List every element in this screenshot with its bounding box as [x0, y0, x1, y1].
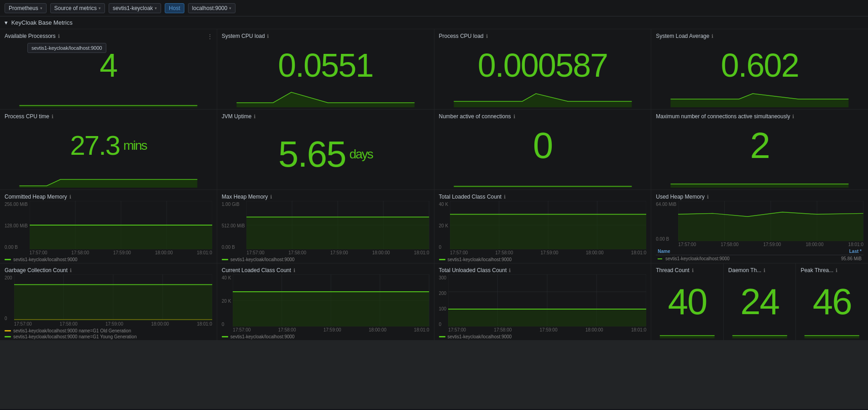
instance-label: sevtis1-keycloak — [113, 5, 153, 11]
svg-marker-33 — [450, 214, 646, 249]
info-icon-committed-heap-memory[interactable]: ℹ — [69, 194, 71, 200]
instance-dropdown[interactable]: sevtis1-keycloak ▾ — [109, 3, 161, 13]
info-icon-thread-count[interactable]: ℹ — [692, 268, 694, 273]
chart-used-heap-memory — [678, 201, 863, 241]
chart-total-loaded-class-count — [450, 201, 646, 249]
value-process-cpu-time: 27.3 mins — [5, 121, 212, 170]
panel-process-cpu-time: Process CPU time ℹ 27.3 mins — [0, 110, 217, 189]
info-icon-process-cpu-load[interactable]: ℹ — [486, 33, 488, 39]
menu-icon-available-processors[interactable]: ⋮ — [207, 33, 213, 40]
svg-marker-69 — [660, 336, 715, 338]
info-icon-available-processors[interactable]: ℹ — [58, 33, 60, 39]
dashboard-grid: Available Processors ℹ ⋮ sevtis1-keycloa… — [0, 29, 868, 409]
y-label-committed-2: 0.00 B — [5, 245, 28, 250]
info-icon-daemon-thread-count[interactable]: ℹ — [763, 268, 765, 273]
legend-dot-total-loaded — [439, 259, 445, 260]
x-labels-max-heap: 17:57:00 17:58:00 17:59:00 18:00:00 18:0… — [246, 249, 429, 256]
value-daemon-thread-count: 24 — [728, 274, 791, 329]
info-icon-system-load-average[interactable]: ℹ — [711, 33, 713, 39]
panel-jvm-uptime: JVM Uptime ℹ 5.65 days — [217, 110, 434, 189]
panel-title-max-heap-memory: Max Heap Memory ℹ — [222, 194, 429, 200]
info-icon-used-heap-memory[interactable]: ℹ — [707, 194, 709, 200]
panel-available-processors: Available Processors ℹ ⋮ sevtis1-keycloa… — [0, 29, 217, 109]
panel-system-cpu-load: System CPU load ℹ 0.0551 — [217, 29, 434, 109]
panel-daemon-thread-count: Daemon Th... ℹ 24 — [724, 263, 796, 340]
panel-used-heap-memory: Used Heap Memory ℹ 64.00 MiB 0.00 B — [651, 190, 868, 263]
panel-title-committed-heap-memory: Committed Heap Memory ℹ — [5, 194, 212, 200]
panel-number-active-connections: Number active of connections ℹ 0 — [434, 110, 651, 189]
panel-title-process-cpu-time: Process CPU time ℹ — [5, 113, 212, 120]
value-jvm-uptime: 5.65 days — [222, 121, 429, 188]
panel-title-thread-count: Thread Count ℹ — [656, 267, 719, 273]
x-labels-committed-heap: 17:57:00 17:58:00 17:59:00 18:00:00 18:0… — [30, 249, 212, 256]
chart-committed-heap-memory — [30, 201, 212, 249]
panel-title-system-cpu-load: System CPU load ℹ — [222, 33, 429, 39]
localhost-label: localhost:9000 — [192, 5, 227, 11]
info-icon-total-unloaded-class-count[interactable]: ℹ — [509, 268, 511, 273]
table-row: sevtis1-keycloak/localhost:9000 95.86 Mi… — [656, 255, 863, 263]
legend-dot-current-loaded — [222, 336, 228, 337]
source-label: Source of metrics — [54, 5, 97, 11]
legend-total-unloaded: sevtis1-keycloak/localhost:9000 — [439, 334, 647, 339]
topbar: Prometheus ▾ Source of metrics ▾ sevtis1… — [0, 0, 868, 16]
value-max-connections-simultaneously: 2 — [656, 121, 863, 170]
thread-panels-container: Thread Count ℹ 40 Daemon Th... ℹ 24 — [651, 263, 868, 340]
info-icon-system-cpu-load[interactable]: ℹ — [267, 33, 269, 39]
source-dropdown[interactable]: Source of metrics ▾ — [50, 3, 105, 13]
y-label-committed-0: 256.00 MiB — [5, 202, 28, 207]
legend-max-heap: sevtis1-keycloak/localhost:9000 — [222, 257, 429, 262]
sparkline-process-cpu-time — [5, 170, 212, 188]
panel-title-total-unloaded-class-count: Total Unloaded Class Count ℹ — [439, 267, 647, 273]
dashboard-title: ▾ KeyCloak Base Metrics — [0, 16, 868, 29]
tooltip-available-processors: sevtis1-keycloak/localhost:9000 — [27, 43, 106, 53]
value-number-active-connections: 0 — [439, 121, 647, 170]
collapse-icon[interactable]: ▾ — [5, 19, 8, 26]
svg-marker-6 — [671, 184, 849, 188]
used-heap-col-last: Last * — [813, 248, 863, 255]
info-icon-jvm-uptime[interactable]: ℹ — [254, 114, 256, 120]
x-labels-current-loaded: 17:57:00 17:58:00 17:59:00 18:00:00 18:0… — [233, 326, 429, 333]
used-heap-table: Name Last * sevtis1-keycloak/localhost:9… — [656, 248, 863, 262]
info-icon-current-loaded-class-count[interactable]: ℹ — [293, 268, 295, 273]
info-icon-total-loaded-class-count[interactable]: ℹ — [504, 194, 506, 200]
prometheus-dropdown[interactable]: Prometheus ▾ — [5, 3, 47, 13]
panel-title-daemon-thread-count: Daemon Th... ℹ — [728, 267, 791, 273]
legend-dot-gc-old — [5, 330, 11, 331]
panel-max-heap-memory: Max Heap Memory ℹ 1.00 GiB 512.00 MiB 0.… — [217, 190, 434, 263]
svg-marker-24 — [246, 217, 429, 249]
svg-marker-41 — [678, 212, 863, 241]
x-labels-total-loaded: 17:57:00 17:58:00 17:59:00 18:00:00 18:0… — [450, 249, 646, 256]
panel-max-connections-simultaneously: Maximum number of connections active sim… — [651, 110, 868, 189]
value-system-load-average: 0.602 — [656, 40, 863, 90]
panel-title-used-heap-memory: Used Heap Memory ℹ — [656, 194, 863, 200]
panel-title-max-connections-simultaneously: Maximum number of connections active sim… — [656, 113, 863, 120]
sparkline-peak-thread — [800, 329, 863, 338]
sparkline-system-cpu-load — [222, 90, 429, 107]
panel-total-unloaded-class-count: Total Unloaded Class Count ℹ 300 200 100… — [434, 263, 651, 340]
panel-peak-thread-count: Peak Threa... ℹ 46 — [796, 263, 868, 340]
panel-title-jvm-uptime: JVM Uptime ℹ — [222, 113, 429, 120]
value-process-cpu-load: 0.000587 — [439, 40, 647, 90]
instance-chevron-icon: ▾ — [155, 6, 157, 11]
localhost-dropdown[interactable]: localhost:9000 ▾ — [188, 3, 235, 13]
value-system-cpu-load: 0.0551 — [222, 40, 429, 90]
svg-marker-3 — [671, 94, 849, 107]
chart-current-loaded-class-count — [233, 274, 429, 326]
info-icon-number-active-connections[interactable]: ℹ — [513, 114, 515, 120]
host-tag[interactable]: Host — [165, 3, 184, 13]
host-label: Host — [169, 5, 180, 11]
info-icon-garbage-collection-count[interactable]: ℹ — [70, 268, 72, 273]
svg-marker-49 — [14, 284, 212, 321]
sparkline-system-load-average — [656, 90, 863, 107]
info-icon-process-cpu-time[interactable]: ℹ — [52, 114, 53, 120]
value-peak-thread-count: 46 — [800, 274, 863, 329]
info-icon-max-heap-memory[interactable]: ℹ — [270, 194, 272, 200]
panel-thread-count: Thread Count ℹ 40 — [651, 263, 723, 340]
info-icon-max-connections[interactable]: ℹ — [792, 114, 794, 120]
info-icon-peak-thread-count[interactable]: ℹ — [836, 268, 837, 273]
prometheus-label: Prometheus — [9, 5, 38, 11]
panel-title-garbage-collection-count: Garbage Collection Count ℹ — [5, 267, 212, 273]
legend-dot-max-heap — [222, 259, 228, 260]
svg-marker-58 — [233, 292, 429, 326]
sparkline-max-connections — [656, 170, 863, 188]
